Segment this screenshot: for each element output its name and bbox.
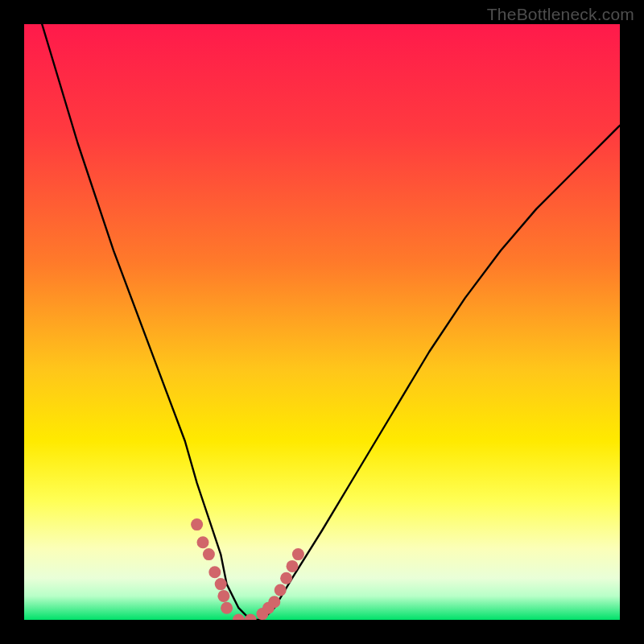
highlight-dot bbox=[221, 602, 233, 614]
chart-svg bbox=[24, 24, 620, 620]
highlight-dot bbox=[292, 548, 304, 560]
highlight-dot bbox=[275, 584, 287, 597]
highlight-dot bbox=[217, 590, 229, 602]
highlight-dot bbox=[191, 518, 203, 530]
chart-frame: TheBottleneck.com bbox=[0, 0, 644, 644]
highlight-dot bbox=[280, 572, 292, 584]
watermark-text: TheBottleneck.com bbox=[487, 5, 634, 24]
highlight-dot bbox=[208, 566, 221, 578]
highlight-dot bbox=[268, 596, 280, 608]
highlight-dot bbox=[197, 536, 209, 548]
highlight-dot bbox=[215, 578, 227, 590]
highlight-dot bbox=[203, 548, 215, 560]
plot-area bbox=[24, 24, 620, 620]
highlight-dot bbox=[287, 560, 299, 572]
